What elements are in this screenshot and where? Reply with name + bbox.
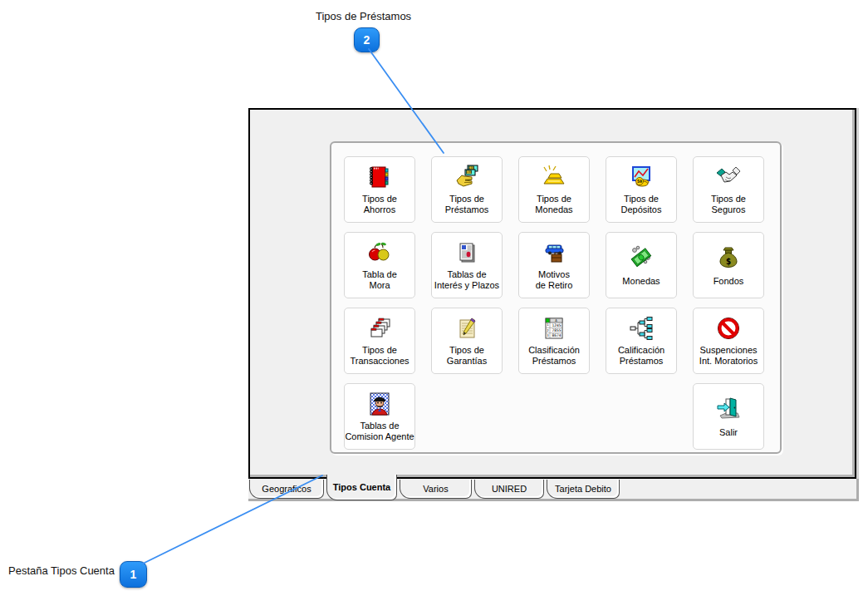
prohibition-icon <box>715 313 742 343</box>
handshake-icon <box>715 162 742 192</box>
money-bag-icon: $ <box>715 242 742 272</box>
salir-button[interactable]: Salir <box>693 383 764 450</box>
button-grid: Tipos de Ahorros 100 100 Tipos de P <box>331 143 780 452</box>
button-panel: Tipos de Ahorros 100 100 Tipos de P <box>330 141 782 454</box>
button-label: Clasificación Préstamos <box>528 345 580 367</box>
button-label: Tipos de Seguros <box>711 194 746 215</box>
tablas-interes-plazos-button[interactable]: Tablas de Interés y Plazos <box>431 232 503 298</box>
button-label: Fondos <box>714 276 744 287</box>
tab-strip: Geograficos Tipos Cuenta Varios UNIRED T… <box>248 479 856 499</box>
apples-icon <box>366 238 393 268</box>
button-label: Tipos de Préstamos <box>445 194 489 215</box>
tipos-depositos-button[interactable]: 50 Tipos de Depósitos <box>606 156 677 223</box>
button-label: Tipos de Transacciones <box>350 345 409 367</box>
tipos-seguros-button[interactable]: Tipos de Seguros <box>693 156 764 223</box>
tipos-ahorros-button[interactable]: Tipos de Ahorros <box>344 156 415 223</box>
button-label: Salir <box>719 427 738 438</box>
callout-badge-1: 1 <box>120 561 147 588</box>
exit-door-icon <box>715 393 742 423</box>
tab-tipos-cuenta[interactable]: Tipos Cuenta <box>326 475 397 500</box>
svg-text:50: 50 <box>637 179 642 184</box>
button-label: Tipos de Monedas <box>535 194 572 215</box>
savings-book-icon <box>366 162 393 192</box>
button-label: Monedas <box>622 276 660 287</box>
spreadsheet-icon: A 1 2 3 1245 7855 8674 <box>541 313 567 343</box>
tablas-comision-agente-button[interactable]: Tablas de Comision Agente <box>344 383 415 450</box>
monedas-button[interactable]: Monedas <box>606 232 677 298</box>
tab-unired[interactable]: UNIRED <box>474 480 544 499</box>
loan-hand-money-icon: 100 100 <box>454 162 480 192</box>
button-label: Tipos de Ahorros <box>362 194 397 215</box>
folders-stack-icon <box>366 313 393 343</box>
tab-varios[interactable]: Varios <box>400 480 472 499</box>
tab-geograficos[interactable]: Geograficos <box>249 480 324 499</box>
callout-2-label: Tipos de Préstamos <box>316 10 411 22</box>
motivos-retiro-button[interactable]: Motivos de Retiro <box>518 232 590 298</box>
button-label: Tablas de Interés y Plazos <box>434 269 499 291</box>
svg-text:$: $ <box>726 256 732 267</box>
tab-tarjeta-debito[interactable]: Tarjeta Debito <box>547 480 620 499</box>
calificacion-prestamos-button[interactable]: Calificación Préstamos <box>606 308 677 374</box>
svg-text:1245: 1245 <box>552 323 561 328</box>
tipos-transacciones-button[interactable]: Tipos de Transacciones <box>344 308 415 374</box>
clasificacion-prestamos-button[interactable]: A 1 2 3 1245 7855 8674 Clasificación Pré… <box>518 308 590 374</box>
svg-text:7855: 7855 <box>552 328 561 332</box>
callout-badge-2: 2 <box>354 27 380 52</box>
svg-text:100: 100 <box>466 170 472 174</box>
callout-1-label: Pestaña Tipos Cuenta <box>8 564 115 577</box>
button-label: Motivos de Retiro <box>536 269 573 291</box>
suspenciones-int-moratorios-button[interactable]: Suspenciones Int. Moratorios <box>693 308 764 374</box>
button-label: Suspenciones Int. Moratorios <box>699 345 758 367</box>
button-label: Tipos de Garantías <box>447 345 487 367</box>
tipos-prestamos-button[interactable]: 100 100 Tipos de Préstamos <box>431 156 503 223</box>
notepad-pencil-icon <box>454 313 480 343</box>
fondos-button[interactable]: $ Fondos <box>693 232 764 298</box>
newspaper-icon <box>454 238 480 268</box>
org-chart-icon <box>628 313 655 343</box>
deposit-chart-coins-icon: 50 <box>628 162 655 192</box>
banknote-coins-icon <box>628 242 655 272</box>
button-label: Tipos de Depósitos <box>621 194 662 215</box>
agent-person-icon <box>366 389 393 419</box>
tipos-garantias-button[interactable]: Tipos de Garantías <box>431 308 503 374</box>
button-label: Tabla de Mora <box>362 269 397 291</box>
catalog-window: Tipos de Ahorros 100 100 Tipos de P <box>248 108 856 479</box>
tipos-monedas-button[interactable]: Tipos de Monedas <box>518 156 590 223</box>
svg-text:8674: 8674 <box>552 333 561 337</box>
button-label: Tablas de Comision Agente <box>345 421 414 442</box>
gold-bars-icon <box>541 162 567 192</box>
tabla-mora-button[interactable]: Tabla de Mora <box>344 232 415 298</box>
car-briefcase-icon <box>541 238 567 268</box>
button-label: Calificación Préstamos <box>618 345 664 367</box>
